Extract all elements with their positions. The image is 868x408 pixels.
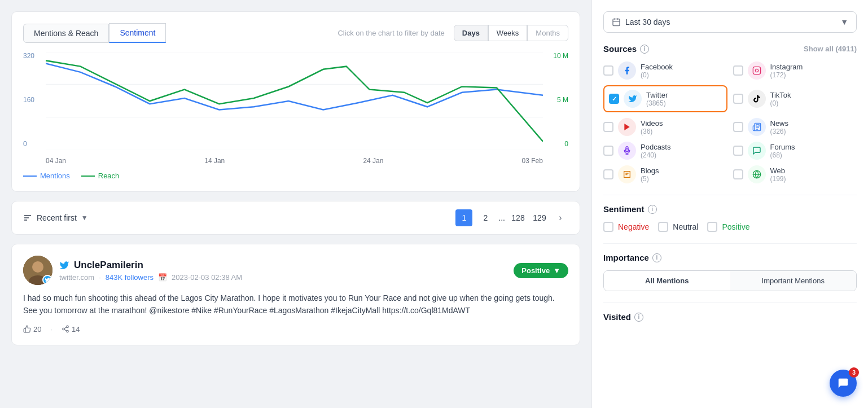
web-icon bbox=[748, 165, 766, 183]
months-btn[interactable]: Months bbox=[527, 25, 568, 41]
facebook-checkbox[interactable] bbox=[603, 65, 613, 76]
time-buttons: Days Weeks Months bbox=[454, 25, 568, 41]
videos-source-info: Videos (36) bbox=[641, 119, 663, 135]
chat-button[interactable]: 3 bbox=[830, 370, 857, 397]
sort-button[interactable]: Recent first ▼ bbox=[23, 213, 88, 222]
tab-sentiment[interactable]: Sentiment bbox=[109, 23, 166, 43]
instagram-count: (172) bbox=[770, 71, 803, 79]
followers-count: 843K followers bbox=[106, 273, 154, 282]
podcasts-checkbox[interactable] bbox=[603, 146, 613, 156]
tiktok-checkbox[interactable] bbox=[733, 94, 743, 104]
twitter-icon bbox=[59, 260, 69, 270]
y-label-5m: 5 M bbox=[546, 96, 568, 104]
neutral-checkbox[interactable] bbox=[658, 222, 668, 232]
instagram-label: Instagram bbox=[770, 63, 803, 71]
facebook-count: (0) bbox=[641, 71, 673, 79]
main-content: Mentions & Reach Sentiment Click on the … bbox=[0, 0, 591, 408]
news-count: (326) bbox=[770, 128, 789, 135]
page-129[interactable]: 129 bbox=[531, 209, 548, 226]
mention-text: I had so much fun shooting this ahead of… bbox=[23, 292, 568, 317]
instagram-source-info: Instagram (172) bbox=[770, 63, 803, 79]
y-label-0-left: 0 bbox=[23, 140, 43, 148]
forums-checkbox[interactable] bbox=[733, 146, 743, 156]
sentiment-negative-option[interactable]: Negative bbox=[603, 222, 649, 232]
news-source-info: News (326) bbox=[770, 119, 789, 135]
neutral-label: Neutral bbox=[673, 222, 698, 231]
importance-info-icon[interactable]: i bbox=[652, 253, 661, 262]
blogs-icon bbox=[618, 165, 636, 183]
page-128[interactable]: 128 bbox=[510, 209, 527, 226]
visited-title-text: Visited bbox=[603, 312, 631, 322]
chart-y-labels-right: 10 M 5 M 0 bbox=[546, 52, 568, 148]
likes-action[interactable]: 20 bbox=[23, 325, 41, 334]
x-label-03feb: 03 Feb bbox=[522, 157, 543, 165]
importance-title-text: Importance bbox=[603, 253, 649, 262]
videos-checkbox[interactable] bbox=[603, 122, 613, 132]
web-checkbox[interactable] bbox=[733, 169, 743, 179]
svg-line-14 bbox=[64, 327, 67, 328]
positive-checkbox[interactable] bbox=[707, 222, 717, 232]
x-label-04jan: 04 Jan bbox=[46, 157, 66, 165]
sentiment-info-icon[interactable]: i bbox=[648, 205, 657, 214]
share-icon bbox=[62, 325, 69, 333]
visited-info-icon[interactable]: i bbox=[634, 313, 643, 322]
blogs-source-info: Blogs (5) bbox=[641, 166, 659, 183]
twitter-checkbox[interactable] bbox=[609, 94, 619, 104]
source-item-blogs: Blogs (5) bbox=[603, 165, 727, 183]
source-item-instagram: Instagram (172) bbox=[733, 62, 857, 80]
legend-mentions: Mentions bbox=[23, 172, 70, 180]
show-all-button[interactable]: Show all (4911) bbox=[804, 45, 857, 53]
blogs-checkbox[interactable] bbox=[603, 169, 613, 179]
page-2[interactable]: 2 bbox=[477, 209, 494, 226]
twitter-icon-source bbox=[624, 90, 642, 108]
forums-source-info: Forums (68) bbox=[770, 143, 795, 159]
chart-svg[interactable] bbox=[46, 52, 543, 150]
negative-checkbox[interactable] bbox=[603, 222, 613, 232]
podcasts-icon bbox=[618, 142, 636, 160]
important-mentions-tab[interactable]: Important Mentions bbox=[730, 271, 857, 291]
mention-meta: twitter.com · 843K followers 📅 2023-02-0… bbox=[59, 273, 507, 282]
y-label-160: 160 bbox=[23, 96, 43, 104]
date-dropdown[interactable]: Last 30 days ▼ bbox=[603, 11, 857, 33]
tiktok-icon bbox=[748, 90, 766, 108]
sort-icon bbox=[23, 213, 32, 222]
sentiment-positive-option[interactable]: Positive bbox=[707, 222, 749, 232]
source-item-tiktok: TikTok (0) bbox=[733, 85, 857, 112]
source-item-twitter: Twitter (3865) bbox=[603, 85, 727, 112]
twitter-badge bbox=[42, 275, 52, 285]
sort-chevron-icon: ▼ bbox=[81, 214, 88, 222]
sources-info-icon[interactable]: i bbox=[640, 45, 649, 54]
twitter-count: (3865) bbox=[646, 99, 668, 107]
chart-legend: Mentions Reach bbox=[23, 172, 568, 180]
mention-actions: 20 · 14 bbox=[23, 325, 568, 334]
sentiment-badge[interactable]: Positive ▼ bbox=[514, 263, 568, 278]
news-icon bbox=[748, 118, 766, 136]
days-btn[interactable]: Days bbox=[454, 25, 488, 41]
sentiment-options: Negative Neutral Positive bbox=[603, 222, 857, 232]
source-item-news: News (326) bbox=[733, 118, 857, 136]
instagram-checkbox[interactable] bbox=[733, 65, 743, 76]
page-dots: ... bbox=[498, 213, 505, 222]
sentiment-chevron-icon: ▼ bbox=[553, 266, 560, 275]
share-action[interactable]: 14 bbox=[62, 325, 80, 334]
action-separator: · bbox=[50, 325, 52, 334]
tab-mentions-reach[interactable]: Mentions & Reach bbox=[23, 24, 109, 43]
sentiment-title-text: Sentiment bbox=[603, 204, 645, 214]
twitter-source-info: Twitter (3865) bbox=[646, 91, 668, 107]
svg-point-10 bbox=[67, 326, 69, 328]
importance-section-title: Importance i bbox=[603, 253, 857, 262]
news-label: News bbox=[770, 119, 789, 128]
legend-mentions-label: Mentions bbox=[40, 172, 70, 180]
chart-area[interactable]: 320 160 0 10 M 5 M 0 04 Jan bbox=[23, 52, 568, 165]
forums-icon bbox=[748, 142, 766, 160]
blogs-label: Blogs bbox=[641, 166, 659, 175]
news-checkbox[interactable] bbox=[733, 122, 743, 132]
podcasts-count: (240) bbox=[641, 151, 670, 159]
next-page-button[interactable]: › bbox=[553, 210, 568, 226]
page-1[interactable]: 1 bbox=[455, 209, 472, 226]
divider-1 bbox=[603, 195, 857, 195]
weeks-btn[interactable]: Weeks bbox=[488, 25, 528, 41]
all-mentions-tab[interactable]: All Mentions bbox=[604, 271, 730, 291]
sentiment-neutral-option[interactable]: Neutral bbox=[658, 222, 698, 232]
svg-rect-15 bbox=[613, 19, 620, 26]
